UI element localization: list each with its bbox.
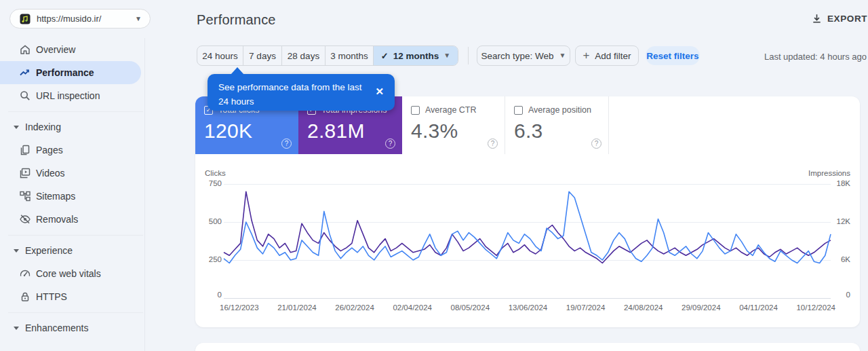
pages-icon (19, 144, 31, 156)
promo-tooltip: See performance data from the last 24 ho… (208, 74, 395, 111)
x-axis-label: 21/01/2024 (277, 303, 317, 312)
chevron-down-icon: ▼ (559, 52, 566, 59)
search-type-dropdown[interactable]: Search type: Web ▼ (477, 45, 570, 66)
chevron-down-icon: ▼ (135, 16, 142, 22)
x-axis-label: 08/05/2024 (451, 303, 490, 312)
date-range-tabs: 24 hours 7 days 28 days 3 months ✓ 12 mo… (197, 45, 458, 66)
x-axis-label: 29/09/2024 (682, 303, 721, 312)
right-axis-title: Impressions (793, 169, 850, 177)
sidebar-item-label: Performance (36, 67, 94, 78)
reset-filters-button[interactable]: Reset filters (646, 46, 700, 65)
sidebar-item-label: Pages (36, 145, 63, 155)
check-icon: ✓ (381, 51, 389, 61)
tab-3-months[interactable]: 3 months (325, 46, 373, 65)
next-card-partial (195, 343, 860, 351)
chevron-down-icon: ▼ (443, 52, 450, 59)
trending-up-icon (19, 67, 31, 79)
search-icon (19, 90, 31, 102)
chevron-down-icon (14, 327, 19, 330)
sidebar-section-indexing[interactable]: Indexing (0, 115, 144, 138)
sidebar-divider (0, 308, 144, 316)
partial-icon (19, 348, 31, 351)
property-selector[interactable]: https://musido.ir/ ▼ (9, 9, 151, 29)
speedometer-icon (19, 267, 31, 280)
metric-label: Average position (528, 105, 591, 115)
export-button[interactable]: EXPORT (811, 13, 867, 24)
sidebar-item-label: URL inspection (36, 90, 100, 101)
sidebar-section-label: Experience (25, 245, 73, 256)
tab-7-days[interactable]: 7 days (243, 46, 281, 65)
help-icon[interactable]: ? (385, 138, 395, 149)
tab-24-hours[interactable]: 24 hours (197, 46, 243, 65)
sidebar-item-removals[interactable]: Removals (0, 208, 144, 231)
metric-tile-average-position[interactable]: Average position 6.3 ? (505, 96, 609, 154)
add-filter-button[interactable]: + Add filter (575, 45, 639, 66)
x-axis-label: 04/11/2024 (739, 303, 778, 312)
property-url: https://musido.ir/ (37, 14, 101, 24)
x-axis-label: 02/04/2024 (393, 303, 432, 312)
left-axis-tick: 750 (195, 179, 222, 187)
export-label: EXPORT (827, 14, 867, 24)
sidebar-item-overview[interactable]: Overview (0, 38, 144, 61)
close-icon[interactable]: ✕ (375, 86, 384, 98)
line-chart (224, 184, 831, 298)
search-console-app: https://musido.ir/ ▼ Performance EXPORT … (0, 0, 868, 351)
help-icon[interactable]: ? (281, 138, 292, 149)
tooltip-text: See performance data from the last 24 ho… (208, 74, 395, 116)
series-clicks (224, 191, 831, 263)
sitemap-tree-icon (19, 190, 31, 202)
tab-label: 3 months (330, 51, 368, 61)
video-icon (19, 167, 31, 179)
tab-28-days[interactable]: 28 days (281, 46, 325, 65)
sidebar-item-https[interactable]: HTTPS (0, 285, 144, 308)
x-axis-line (224, 298, 831, 299)
last-updated-text: Last updated: 4 hours ago (746, 52, 867, 62)
metric-value: 120K (204, 119, 290, 143)
sidebar-item-label: Sitemaps (36, 191, 75, 202)
sidebar-item-videos[interactable]: Videos (0, 162, 144, 185)
checkbox-unchecked-icon[interactable] (411, 106, 420, 115)
sidebar-section-label: Indexing (25, 122, 61, 132)
help-icon[interactable]: ? (591, 138, 601, 149)
sidebar: Overview Performance URL inspection Inde… (0, 38, 145, 351)
left-axis-tick: 500 (195, 217, 222, 225)
sidebar-divider (0, 231, 144, 239)
help-icon[interactable]: ? (488, 138, 498, 149)
x-axis-label: 19/07/2024 (566, 303, 606, 312)
eye-off-icon (19, 213, 31, 225)
metric-label: Average CTR (425, 105, 477, 115)
left-axis-tick: 250 (195, 255, 222, 263)
lock-icon (19, 291, 31, 303)
x-axis-label: 24/08/2024 (624, 303, 663, 312)
sidebar-item-pages[interactable]: Pages (0, 138, 144, 162)
sidebar-section-label: Enhancements (25, 322, 88, 333)
x-axis-label: 13/06/2024 (509, 303, 548, 312)
sidebar-section-enhancements[interactable]: Enhancements (0, 316, 144, 339)
search-type-label: Search type: Web (481, 51, 554, 61)
sidebar-item-performance[interactable]: Performance (0, 61, 141, 84)
tab-12-months[interactable]: ✓ 12 months ▼ (373, 46, 458, 65)
sidebar-item-url-inspection[interactable]: URL inspection (0, 84, 144, 107)
sidebar-item-label: Videos (36, 168, 65, 179)
chevron-down-icon (14, 126, 19, 129)
series-impressions (224, 191, 831, 263)
toolbar-separator (468, 47, 469, 64)
left-axis-tick: 0 (195, 291, 222, 299)
sidebar-item-core-web-vitals[interactable]: Core web vitals (0, 262, 144, 285)
x-axis-label: 10/12/2024 (796, 303, 835, 312)
sidebar-item-label: Overview (36, 44, 75, 55)
performance-card: ✓ Total clicks 120K ? ✓ Total impression… (195, 96, 860, 327)
home-icon (19, 43, 31, 56)
sidebar-item-sitemaps[interactable]: Sitemaps (0, 185, 144, 208)
sidebar-item-label: Removals (36, 214, 78, 225)
metric-tile-average-ctr[interactable]: Average CTR 4.3% ? (402, 96, 505, 154)
metric-value: 2.81M (307, 119, 394, 143)
x-axis-labels: 16/12/202321/01/202426/02/202402/04/2024… (220, 303, 835, 312)
chart-svg (224, 184, 831, 298)
download-icon (811, 13, 823, 24)
metric-value: 4.3% (411, 119, 496, 143)
sidebar-section-experience[interactable]: Experience (0, 239, 144, 262)
sidebar-item-partial[interactable] (0, 339, 144, 351)
x-axis-label: 16/12/2023 (220, 303, 259, 312)
checkbox-unchecked-icon[interactable] (514, 106, 523, 115)
